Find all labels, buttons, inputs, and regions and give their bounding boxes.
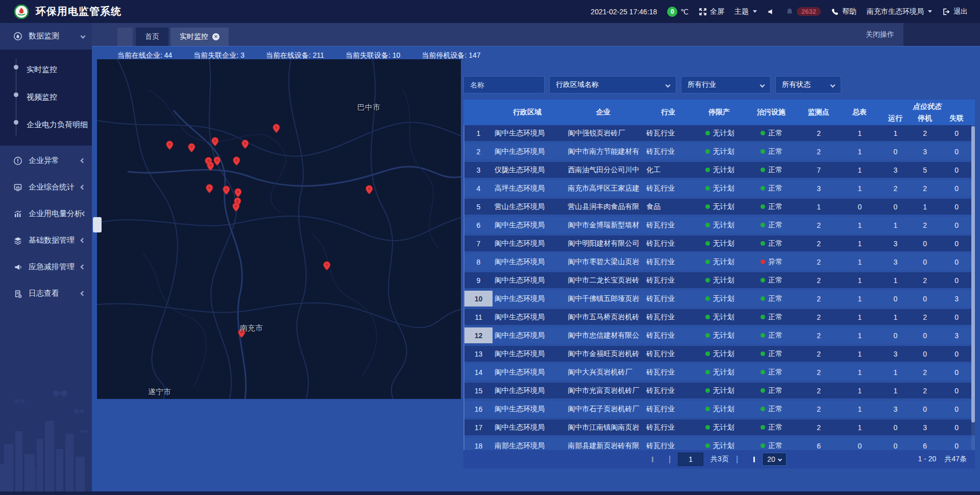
region-select[interactable]: 行政区域名称 [549,76,676,93]
sidebar-item-alert[interactable]: 企业异常 [0,148,92,174]
cell-points: 2 [797,125,841,141]
page-size-select[interactable]: 20 [762,453,787,466]
first-page-button[interactable] [652,457,654,462]
map-pin[interactable] [188,144,195,152]
cell-points: 2 [797,419,841,435]
map-pin[interactable] [242,140,249,149]
limit-status-dot [705,333,710,338]
limit-status-dot [705,204,710,209]
logout-button[interactable]: 退出 [942,7,968,16]
cell-seq: 12 [464,327,493,343]
table-row[interactable]: 2阆中生态环境局阆中市南方节能建材有砖瓦行业无计划正常21030 [464,144,975,159]
table-row[interactable]: 10阆中生态环境局阆中千佛镇五郎垭页岩砖瓦行业无计划正常21003 [464,291,975,307]
cell-stop: 2 [912,180,938,196]
tab-label: 实时监控 [180,32,208,41]
sidebar-item-stats[interactable]: 企业综合统计 [0,174,92,200]
user-org-menu[interactable]: 南充市生态环境局 [867,7,932,16]
map-pin[interactable] [212,137,218,146]
theme-menu[interactable]: 主题 [734,7,757,16]
limit-status-dot [705,223,710,227]
table-row[interactable]: 11阆中生态环境局阆中市五马桥页岩机砖砖瓦行业无计划正常21120 [464,309,975,325]
alert-icon [13,156,22,166]
logout-icon [942,8,950,16]
status-select[interactable]: 所有状态 [775,76,841,93]
table-row[interactable]: 1阆中生态环境局阆中强锐页岩砖厂砖瓦行业无计划正常21120 [464,125,975,141]
map-pin[interactable] [324,262,330,270]
map-pin[interactable] [233,157,240,166]
cell-region: 阆中生态环境局 [493,401,564,417]
sidebar-subitem-1[interactable]: 视频监控 [0,83,92,111]
map-pin[interactable] [273,124,280,133]
cell-industry: 砖瓦行业 [644,217,693,233]
sidebar-subitem-0[interactable]: 实时监控 [0,56,92,83]
cell-run: 0 [879,419,912,435]
table-row[interactable]: 14阆中生态环境局阆中大兴页岩机砖厂砖瓦行业无计划正常21120 [464,364,975,380]
tabs-scroll-left-button[interactable] [117,28,133,46]
fullscreen-button[interactable]: 全屏 [699,7,724,16]
tab-close-icon[interactable]: ✕ [212,33,219,40]
cell-seq: 17 [464,419,493,435]
cell-seq: 6 [464,217,493,233]
sidebar-item-energy[interactable]: 企业用电量分析 [0,201,92,227]
cell-seq: 7 [464,235,493,251]
map-panel[interactable]: 巴中市南充市遂宁市 [97,59,461,399]
map-pin[interactable] [235,188,241,197]
datetime: 2021-02-25 17:46:18 [591,8,657,16]
map-pin[interactable] [214,157,220,166]
tab-0[interactable]: 首页 [136,28,168,46]
sidebar-item-horn[interactable]: 应急减排管理 [0,254,92,280]
table-row[interactable]: 4高坪生态环境局南充市高坪区王家店建砖瓦行业无计划正常31220 [464,180,975,196]
column-group-point-status: 点位状态 运行 停机 失联 [879,100,975,125]
table-row[interactable]: 15阆中生态环境局阆中市光富页岩机砖厂砖瓦行业无计划正常21120 [464,383,975,398]
map-pin[interactable] [166,141,173,150]
map-pin[interactable] [366,185,373,194]
sidebar-item-log[interactable]: 日志查看 [0,280,92,307]
sidebar-subitem-2[interactable]: 企业电力负荷明细 [0,111,92,138]
sidebar-item-label: 企业综合统计 [29,182,81,192]
scrollbar-thumb[interactable] [971,126,975,422]
cell-facility: 正常 [746,180,797,196]
table-row[interactable]: 18南部生态环境局南部县建新页岩砖有限砖瓦行业无计划正常60060 [464,438,975,450]
cell-meters: 1 [841,346,879,362]
map-pin[interactable] [207,162,214,171]
table-scrollbar[interactable] [971,125,975,450]
table-row[interactable]: 12阆中生态环境局阆中市忠信建材有限公砖瓦行业无计划正常21003 [464,327,975,343]
cell-company: 阆中市金博瑞新型墙材 [564,217,645,233]
last-page-button[interactable] [753,457,755,462]
map-pin[interactable] [223,186,230,195]
cell-limit: 无计划 [693,125,746,141]
help-button[interactable]: 帮助 [831,7,856,16]
tab-1[interactable]: 实时监控✕ [170,28,229,46]
map-pin[interactable] [233,203,239,211]
table-row[interactable]: 6阆中生态环境局阆中市金博瑞新型墙材砖瓦行业无计划正常21120 [464,217,975,233]
cell-stop: 2 [912,383,938,398]
cell-points: 3 [797,180,841,196]
name-search-input[interactable] [463,76,545,93]
cell-lost: 0 [938,235,975,251]
cell-company: 阆中大兴页岩机砖厂 [564,364,645,380]
cell-stop: 0 [912,235,938,251]
page-input[interactable] [678,453,703,466]
table-row[interactable]: 8阆中生态环境局阆中市枣碧大梁山页岩砖瓦行业无计划异常21300 [464,254,975,270]
city-label: 遂宁市 [148,387,171,397]
industry-select[interactable]: 所有行业 [681,76,771,93]
table-row[interactable]: 16阆中生态环境局阆中市石子页岩机砖厂砖瓦行业无计划正常21300 [464,401,975,417]
table-row[interactable]: 9阆中生态环境局阆中市二龙长宝页岩砖砖瓦行业无计划正常21120 [464,272,975,288]
temperature-unit: ℃ [680,8,689,16]
notifications[interactable]: 2632 [786,7,821,16]
cell-run: 1 [879,383,912,398]
sidebar-item-layers[interactable]: 基础数据管理 [0,227,92,253]
close-operations-button[interactable]: 关闭操作 [866,30,894,39]
table-row[interactable]: 7阆中生态环境局阆中明阳建材有限公司砖瓦行业无计划正常21300 [464,235,975,251]
table-row[interactable]: 13阆中生态环境局阆中市金福旺页岩机砖砖瓦行业无计划正常21300 [464,346,975,362]
table-row[interactable]: 17阆中生态环境局阆中市江南镇阆南页岩砖瓦行业无计划正常21030 [464,419,975,435]
table-row[interactable]: 3仪陇生态环境局西南油气田分公司川中化工无计划正常71350 [464,162,975,178]
sidebar-item-monitor[interactable]: 数据监测 [0,23,92,49]
panel-collapse-button[interactable] [93,217,102,232]
table-row[interactable]: 5营山生态环境局营山县润丰肉食品有限食品无计划正常10010 [464,199,975,215]
sidebar-item-label: 数据监测 [29,31,81,41]
volume-button[interactable] [767,8,775,16]
cell-run: 3 [879,254,912,270]
chevron-down-icon [830,82,836,87]
map-pin[interactable] [206,184,213,193]
